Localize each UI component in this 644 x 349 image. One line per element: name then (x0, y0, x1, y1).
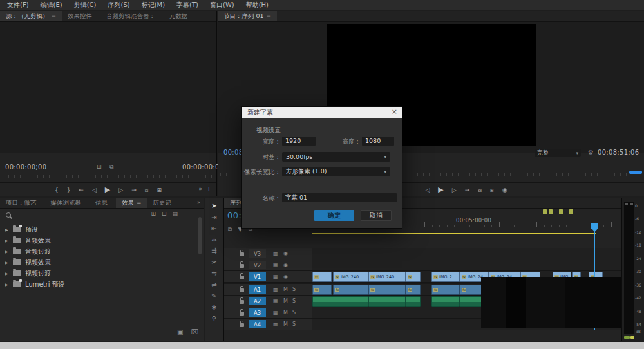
pixel-aspect-select[interactable]: 方形像素 (1.0) ▾ (282, 167, 390, 176)
track-target-button[interactable]: A1 (249, 285, 266, 294)
snap-icon[interactable]: ⧉ (228, 226, 232, 233)
panel-tab[interactable]: 元数据 (164, 11, 196, 21)
sync-lock-icon[interactable]: ▦ (273, 274, 278, 279)
audio-clip[interactable]: fx (312, 285, 332, 295)
twirl-down-icon[interactable]: ▶ (5, 249, 9, 254)
new-bin-icon[interactable]: ▣ (177, 328, 183, 335)
effects-folder-row[interactable]: ▶ 视频过渡 (0, 268, 197, 279)
timebase-select[interactable]: 30.00fps ▾ (282, 152, 390, 162)
mute-button[interactable]: M (283, 298, 288, 304)
sync-lock-icon[interactable]: ▦ (273, 321, 278, 327)
play-button[interactable]: ▶ (438, 186, 443, 194)
go-to-out-button[interactable]: ⇥ (465, 186, 470, 194)
twirl-down-icon[interactable]: ▶ (5, 271, 9, 276)
extract-button[interactable]: ⧆ (490, 186, 494, 194)
slide-tool[interactable]: ⇌ (211, 281, 216, 288)
menu-item[interactable]: 标记(M) (136, 0, 171, 10)
effects-folder-row[interactable]: ▶ 视频效果 (0, 257, 197, 268)
program-zoom-scrollbar[interactable] (629, 171, 642, 174)
menu-item[interactable]: 帮助(H) (240, 0, 274, 10)
lock-icon[interactable] (240, 288, 244, 292)
track-select-forward-tool[interactable]: ⇥ (211, 214, 216, 221)
sequence-marker-icon[interactable] (569, 209, 573, 214)
mute-button[interactable]: M (283, 321, 288, 327)
audio-clip[interactable] (368, 296, 406, 307)
sync-lock-icon[interactable]: ▦ (273, 250, 278, 256)
wrench-icon[interactable]: ⚙ (588, 149, 594, 156)
sync-lock-icon[interactable]: ▦ (273, 298, 278, 304)
add-button-icon[interactable]: + (206, 185, 211, 192)
track-target-button[interactable]: A4 (249, 320, 266, 328)
name-field[interactable]: 字幕 01 (282, 193, 397, 202)
audio-clip[interactable]: fx (431, 285, 460, 295)
rolling-edit-tool[interactable]: ⇹ (211, 236, 216, 243)
video-clip[interactable]: fx (406, 272, 421, 282)
delete-icon[interactable]: ⌧ (191, 328, 198, 335)
sequence-marker-icon[interactable] (559, 209, 563, 214)
mute-button[interactable]: M (283, 287, 288, 292)
mute-button[interactable]: M (283, 310, 288, 316)
menu-item[interactable]: 字幕(T) (171, 0, 204, 10)
track-target-button[interactable]: V1 (249, 272, 266, 281)
sequence-marker-icon[interactable] (549, 209, 553, 214)
step-forward-button[interactable]: ▷ (452, 186, 457, 194)
video-clip[interactable]: fx IMG_240 (333, 272, 368, 282)
audio-clip[interactable]: fx (333, 285, 368, 295)
eye-icon[interactable]: ◉ (283, 250, 288, 256)
more-buttons-icon[interactable]: » (198, 185, 202, 192)
step-forward-button[interactable]: ▷ (118, 186, 123, 194)
video-clip[interactable]: fx (312, 272, 332, 282)
ok-button[interactable]: 确定 (314, 210, 354, 221)
panel-tab[interactable]: 源：（无剪辑） ≡ (0, 11, 62, 21)
pen-tool[interactable]: ✎ (211, 292, 216, 299)
go-to-out-button[interactable]: ⇥ (131, 186, 137, 194)
lock-icon[interactable] (240, 276, 244, 279)
panel-tab[interactable]: 音频剪辑混合器： (100, 11, 164, 21)
menu-item[interactable]: 剪辑(C) (68, 0, 102, 10)
go-to-in-button[interactable]: ⇤ (79, 186, 84, 194)
panel-menu-icon[interactable]: ≡ (267, 13, 272, 19)
mark-in-button[interactable]: { (55, 186, 59, 194)
zoom-tool[interactable]: ⚲ (212, 315, 216, 322)
track-target-button[interactable]: A3 (249, 308, 266, 317)
audio-clip[interactable] (406, 296, 421, 307)
dialog-titlebar[interactable]: 新建字幕 × (242, 107, 402, 118)
audio-clip[interactable]: fx (368, 285, 406, 295)
program-tab[interactable]: 节目：序列 01 ≡ (218, 11, 277, 21)
lock-icon[interactable] (240, 252, 244, 256)
list-view-icon[interactable]: ▤ (172, 211, 178, 217)
insert-button[interactable]: ⧈ (145, 186, 149, 194)
solo-button[interactable]: S (292, 287, 296, 292)
lock-icon[interactable] (240, 264, 244, 268)
panel-menu-icon[interactable]: ≡ (137, 200, 142, 206)
track-target-button[interactable]: A2 (249, 297, 266, 305)
effects-folder-row[interactable]: ▶ Lumetri 预设 (0, 279, 197, 290)
twirl-down-icon[interactable]: ▶ (5, 238, 9, 243)
solo-button[interactable]: S (292, 310, 296, 316)
cancel-button[interactable]: 取消 (361, 210, 392, 221)
step-back-button[interactable]: ◁ (425, 186, 430, 194)
export-frame-button[interactable]: ◉ (502, 186, 507, 194)
search-icon[interactable] (6, 212, 11, 218)
twirl-down-icon[interactable]: ▶ (5, 227, 9, 232)
tab-overflow-icon[interactable]: » (196, 199, 200, 205)
panel-tab[interactable]: 媒体浏览器 (45, 198, 90, 208)
effects-folder-row[interactable]: ▶ 音频效果 (0, 235, 197, 246)
effects-folder-row[interactable]: ▶ 预设 (0, 224, 197, 235)
monitor-settings-icon[interactable]: ⊞ (97, 164, 102, 170)
work-area-bar[interactable] (312, 233, 596, 234)
panel-tab[interactable]: 效果控件 (62, 11, 100, 21)
hand-tool[interactable]: ✱ (211, 304, 216, 311)
menu-item[interactable]: 窗口(W) (204, 0, 240, 10)
play-button[interactable]: ▶ (105, 186, 110, 194)
step-back-button[interactable]: ◁ (92, 186, 97, 194)
effects-folder-row[interactable]: ▶ 音频过渡 (0, 246, 197, 257)
ripple-edit-tool[interactable]: ⇤ (211, 225, 216, 232)
twirl-down-icon[interactable]: ▶ (5, 260, 9, 265)
height-field[interactable]: 1080 (362, 137, 394, 146)
menu-item[interactable]: 编辑(E) (35, 0, 68, 10)
lock-icon[interactable] (240, 312, 244, 316)
new-preset-bin-icon[interactable]: ⊟ (162, 211, 167, 217)
video-clip[interactable]: fx IMG_240 (368, 272, 406, 282)
panel-tab[interactable]: 效果 ≡ (116, 198, 147, 208)
